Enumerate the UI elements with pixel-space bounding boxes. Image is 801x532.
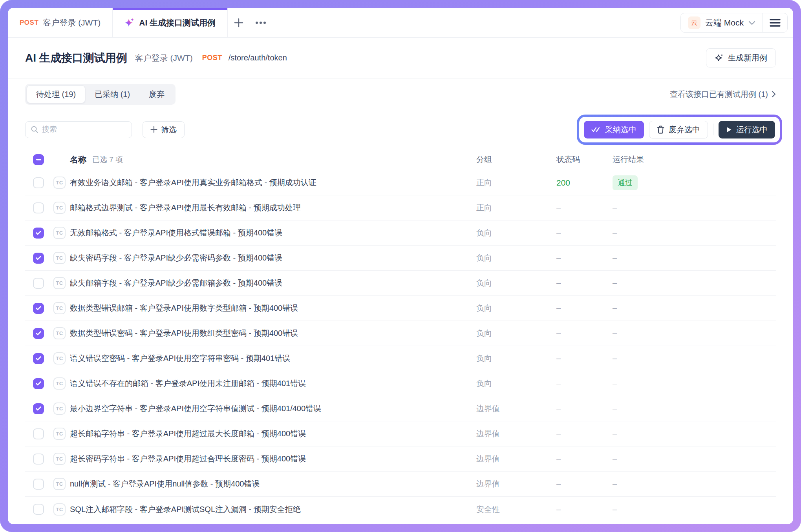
double-check-icon (591, 127, 601, 133)
test-case-name[interactable]: 缺失密码字段 - 客户登录API缺少必需密码参数 - 预期400错误 (70, 253, 473, 263)
row-checkbox[interactable] (33, 328, 44, 339)
test-case-name[interactable]: 超长邮箱字符串 - 客户登录API使用超过最大长度邮箱 - 预期400错误 (70, 428, 473, 439)
test-case-name[interactable]: 超长密码字符串 - 客户登录API使用超过合理长度密码 - 预期400错误 (70, 454, 473, 464)
row-checkbox[interactable] (33, 454, 44, 465)
status-code-cell: – (553, 203, 608, 212)
group-cell: 边界值 (473, 479, 553, 489)
status-code-cell: – (553, 354, 608, 363)
test-case-icon: TC (53, 352, 66, 364)
run-result-cell: – (608, 329, 776, 338)
run-result-cell: – (608, 203, 776, 212)
row-checkbox[interactable] (33, 228, 44, 239)
row-checkbox[interactable] (33, 378, 44, 389)
status-code-cell: – (553, 404, 608, 413)
generate-new-cases-button[interactable]: 生成新用例 (706, 48, 776, 67)
row-checkbox[interactable] (33, 504, 44, 515)
row-checkbox[interactable] (33, 353, 44, 364)
test-case-icon: TC (53, 202, 66, 214)
test-case-name[interactable]: 无效邮箱格式 - 客户登录API使用格式错误邮箱 - 预期400错误 (70, 228, 473, 238)
segment-pending[interactable]: 待处理 (19) (27, 86, 85, 103)
table-row: TC 语义错误不存在的邮箱 - 客户登录API使用未注册邮箱 - 预期401错误… (25, 371, 776, 396)
table-header-row: 名称 已选 7 项 分组 状态码 运行结果 (25, 149, 776, 170)
test-case-name[interactable]: 数据类型错误邮箱 - 客户登录API使用数字类型邮箱 - 预期400错误 (70, 303, 473, 313)
http-method: POST (202, 54, 222, 62)
discard-button-label: 废弃选中 (669, 124, 700, 135)
row-checkbox[interactable] (33, 403, 44, 414)
status-code-cell: – (553, 379, 608, 388)
test-case-icon: TC (53, 377, 66, 390)
test-case-icon: TC (53, 252, 66, 264)
test-case-name[interactable]: 缺失邮箱字段 - 客户登录API缺少必需邮箱参数 - 预期400错误 (70, 278, 473, 288)
tab-ai-test-cases[interactable]: AI 生成接口测试用例 (113, 8, 228, 37)
row-checkbox[interactable] (33, 479, 44, 490)
trash-icon (657, 126, 664, 134)
table-row: TC SQL注入邮箱字段 - 客户登录API测试SQL注入漏洞 - 预期安全拒绝… (25, 497, 776, 522)
segment-discarded[interactable]: 废弃 (139, 86, 174, 103)
test-case-name[interactable]: 有效业务语义邮箱 - 客户登录API使用真实业务邮箱格式 - 预期成功认证 (70, 177, 473, 188)
run-selected-button[interactable]: 运行选中 (719, 121, 775, 138)
run-button-label: 运行选中 (736, 124, 768, 135)
generate-button-label: 生成新用例 (728, 53, 767, 63)
run-result-cell: – (608, 454, 776, 463)
more-tabs-button[interactable] (250, 8, 272, 37)
test-case-icon: TC (53, 277, 66, 289)
play-icon (726, 126, 732, 133)
tab-label: AI 生成接口测试用例 (139, 17, 216, 28)
table-row: TC 最小边界空字符串 - 客户登录API使用空字符串值测试 - 预期401/4… (25, 396, 776, 421)
group-cell: 安全性 (473, 504, 553, 515)
table-row: TC 缺失密码字段 - 客户登录API缺少必需密码参数 - 预期400错误 负向… (25, 246, 776, 271)
table-row: TC 超长邮箱字符串 - 客户登录API使用超过最大长度邮箱 - 预期400错误… (25, 421, 776, 446)
group-cell: 边界值 (473, 428, 553, 439)
view-link-label: 查看该接口已有测试用例 (1) (670, 89, 768, 100)
filter-row: 待处理 (19) 已采纳 (1) 废弃 查看该接口已有测试用例 (1) (8, 78, 793, 110)
view-existing-cases-link[interactable]: 查看该接口已有测试用例 (1) (670, 89, 776, 100)
row-checkbox[interactable] (33, 278, 44, 289)
run-result-cell: – (608, 304, 776, 313)
discard-selected-button[interactable]: 废弃选中 (649, 121, 708, 138)
test-case-name[interactable]: 数据类型错误密码 - 客户登录API使用数组类型密码 - 预期400错误 (70, 328, 473, 339)
status-code-cell: – (553, 329, 608, 338)
row-checkbox[interactable] (33, 428, 44, 439)
run-result-cell: – (608, 228, 776, 237)
status-code-cell: – (553, 304, 608, 313)
endpoint-name: 客户登录 (JWT) (135, 53, 193, 64)
menu-button[interactable] (763, 18, 787, 27)
search-input[interactable] (42, 125, 126, 134)
group-cell: 边界值 (473, 454, 553, 464)
status-code-cell: 200 (553, 178, 608, 188)
table-row: TC 数据类型错误密码 - 客户登录API使用数组类型密码 - 预期400错误 … (25, 321, 776, 346)
accept-selected-button[interactable]: 采纳选中 (584, 121, 644, 138)
status-segmented-control: 待处理 (19) 已采纳 (1) 废弃 (25, 84, 176, 105)
filter-button[interactable]: 筛选 (143, 121, 185, 138)
test-case-name[interactable]: 语义错误不存在的邮箱 - 客户登录API使用未注册邮箱 - 预期401错误 (70, 378, 473, 389)
search-box (25, 121, 132, 138)
bulk-actions-highlight: 采纳选中 废弃选中 运行选中 (577, 115, 782, 145)
run-result-cell: – (608, 253, 776, 262)
test-case-name[interactable]: null值测试 - 客户登录API使用null值参数 - 预期400错误 (70, 479, 473, 489)
page-header: AI 生成接口测试用例 客户登录 (JWT) POST /store/auth/… (8, 38, 793, 78)
status-code-cell: – (553, 429, 608, 438)
test-case-name[interactable]: 最小边界空字符串 - 客户登录API使用空字符串值测试 - 预期401/400错… (70, 403, 473, 414)
status-code-cell: – (553, 479, 608, 488)
add-tab-button[interactable] (228, 8, 250, 37)
group-cell: 负向 (473, 253, 553, 263)
row-checkbox[interactable] (33, 177, 44, 188)
select-all-checkbox[interactable] (33, 154, 44, 165)
cloud-icon: 云 (688, 16, 700, 29)
table-row: TC 语义错误空密码 - 客户登录API使用空字符串密码 - 预期401错误 负… (25, 346, 776, 371)
environment-selector[interactable]: 云 云端 Mock (681, 16, 763, 29)
tab-api-endpoint[interactable]: POST 客户登录 (JWT) (8, 8, 113, 37)
column-header-name: 名称 (70, 154, 86, 165)
test-case-name[interactable]: 邮箱格式边界测试 - 客户登录API使用最长有效邮箱 - 预期成功处理 (70, 202, 473, 213)
group-cell: 边界值 (473, 403, 553, 414)
row-checkbox[interactable] (33, 202, 44, 213)
test-case-name[interactable]: 语义错误空密码 - 客户登录API使用空字符串密码 - 预期401错误 (70, 353, 473, 364)
test-case-name[interactable]: SQL注入邮箱字段 - 客户登录API测试SQL注入漏洞 - 预期安全拒绝 (70, 504, 473, 515)
row-checkbox[interactable] (33, 303, 44, 314)
row-checkbox[interactable] (33, 253, 44, 264)
run-result-cell: 通过 (608, 175, 776, 190)
group-cell: 负向 (473, 328, 553, 339)
run-result-cell: – (608, 379, 776, 388)
test-case-icon: TC (53, 177, 66, 189)
segment-accepted[interactable]: 已采纳 (1) (85, 86, 139, 103)
